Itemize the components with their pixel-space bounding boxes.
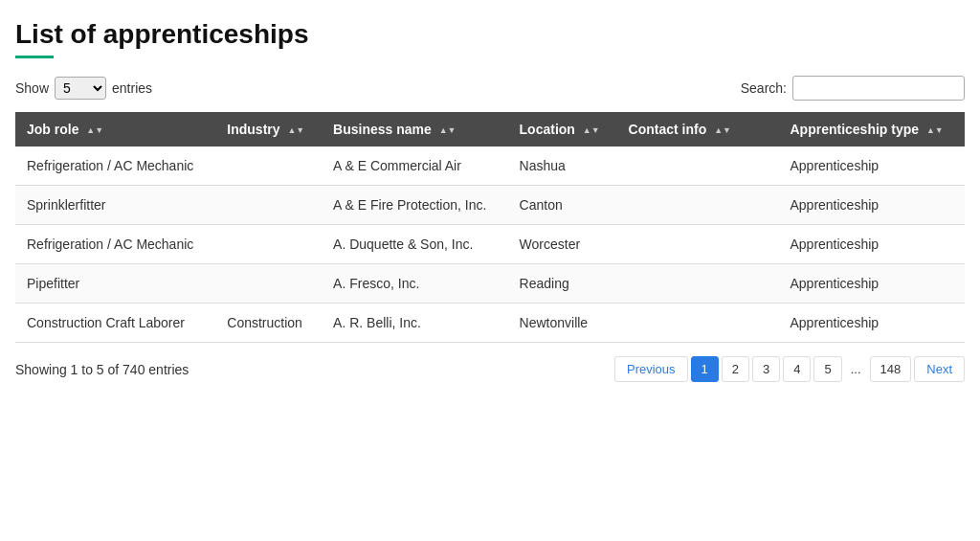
table-header-row: Job role ▲▼ Industry ▲▼ Business name ▲▼… <box>15 112 965 147</box>
table-row: PipefitterA. Fresco, Inc.ReadingApprenti… <box>15 264 965 304</box>
table-row: Refrigeration / AC MechanicA. Duquette &… <box>15 225 965 264</box>
entries-select[interactable]: 5 10 25 50 100 <box>55 77 106 100</box>
cell-location: Reading <box>508 264 617 304</box>
entries-label: entries <box>112 80 152 96</box>
sort-arrows-industry: ▲▼ <box>287 126 304 135</box>
sort-arrows-contact-info: ▲▼ <box>714 126 731 135</box>
cell-location: Worcester <box>508 225 617 264</box>
cell-apprenticeship_type: Apprenticeship <box>778 304 965 343</box>
cell-industry: Construction <box>215 304 322 343</box>
cell-contact_info <box>617 225 779 264</box>
col-business-name[interactable]: Business name ▲▼ <box>322 112 508 147</box>
sort-arrows-job-role: ▲▼ <box>86 126 103 135</box>
pagination-info: Showing 1 to 5 of 740 entries <box>15 362 189 377</box>
search-input[interactable] <box>792 76 965 101</box>
table-row: SprinklerfitterA & E Fire Protection, In… <box>15 186 965 225</box>
search-label: Search: <box>741 80 787 96</box>
cell-contact_info <box>617 147 779 186</box>
pagination: Showing 1 to 5 of 740 entries Previous 1… <box>15 356 965 382</box>
col-apprenticeship-type[interactable]: Apprenticeship type ▲▼ <box>778 112 965 147</box>
apprenticeships-table: Job role ▲▼ Industry ▲▼ Business name ▲▼… <box>15 112 965 343</box>
cell-apprenticeship_type: Apprenticeship <box>778 186 965 225</box>
ellipsis: ... <box>845 357 867 381</box>
sort-arrows-location: ▲▼ <box>583 126 600 135</box>
page-btn-2[interactable]: 2 <box>722 356 749 382</box>
page-btn-4[interactable]: 4 <box>783 356 811 382</box>
top-controls: Show 5 10 25 50 100 entries Search: <box>15 76 965 101</box>
table-row: Construction Craft LaborerConstructionA.… <box>15 304 965 343</box>
show-entries-control: Show 5 10 25 50 100 entries <box>15 77 152 100</box>
search-area: Search: <box>741 76 965 101</box>
cell-industry <box>215 186 322 225</box>
cell-apprenticeship_type: Apprenticeship <box>778 225 965 264</box>
sort-arrows-business-name: ▲▼ <box>439 126 457 135</box>
cell-contact_info <box>617 186 779 225</box>
next-button[interactable]: Next <box>914 356 965 382</box>
cell-business_name: A. Duquette & Son, Inc. <box>322 225 508 264</box>
cell-job_role: Sprinklerfitter <box>15 186 215 225</box>
page-btn-3[interactable]: 3 <box>752 356 780 382</box>
col-location[interactable]: Location ▲▼ <box>508 112 617 147</box>
cell-location: Nashua <box>508 147 617 186</box>
table-row: Refrigeration / AC MechanicA & E Commerc… <box>15 147 965 186</box>
previous-button[interactable]: Previous <box>614 356 688 382</box>
cell-location: Newtonville <box>508 304 617 343</box>
cell-location: Canton <box>508 186 617 225</box>
page-title: List of apprenticeships <box>15 19 965 50</box>
cell-job_role: Construction Craft Laborer <box>15 304 215 343</box>
cell-industry <box>215 225 322 264</box>
cell-contact_info <box>617 304 779 343</box>
cell-industry <box>215 147 322 186</box>
cell-job_role: Pipefitter <box>15 264 215 304</box>
page-btn-1[interactable]: 1 <box>691 356 719 382</box>
page-btn-5[interactable]: 5 <box>813 356 841 382</box>
cell-job_role: Refrigeration / AC Mechanic <box>15 147 215 186</box>
cell-apprenticeship_type: Apprenticeship <box>778 147 965 186</box>
col-contact-info[interactable]: Contact info ▲▼ <box>617 112 779 147</box>
cell-industry <box>215 264 322 304</box>
show-label: Show <box>15 80 49 96</box>
col-industry[interactable]: Industry ▲▼ <box>215 112 322 147</box>
col-job-role[interactable]: Job role ▲▼ <box>15 112 215 147</box>
cell-job_role: Refrigeration / AC Mechanic <box>15 225 215 264</box>
cell-business_name: A & E Fire Protection, Inc. <box>322 186 508 225</box>
cell-contact_info <box>617 264 779 304</box>
cell-business_name: A. R. Belli, Inc. <box>322 304 508 343</box>
pagination-controls: Previous 1 2 3 4 5 ... 148 Next <box>614 356 965 382</box>
sort-arrows-apprenticeship-type: ▲▼ <box>926 126 944 135</box>
cell-apprenticeship_type: Apprenticeship <box>778 264 965 304</box>
cell-business_name: A & E Commercial Air <box>322 147 508 186</box>
cell-business_name: A. Fresco, Inc. <box>322 264 508 304</box>
title-underline <box>15 56 54 58</box>
page-btn-148[interactable]: 148 <box>870 356 912 382</box>
